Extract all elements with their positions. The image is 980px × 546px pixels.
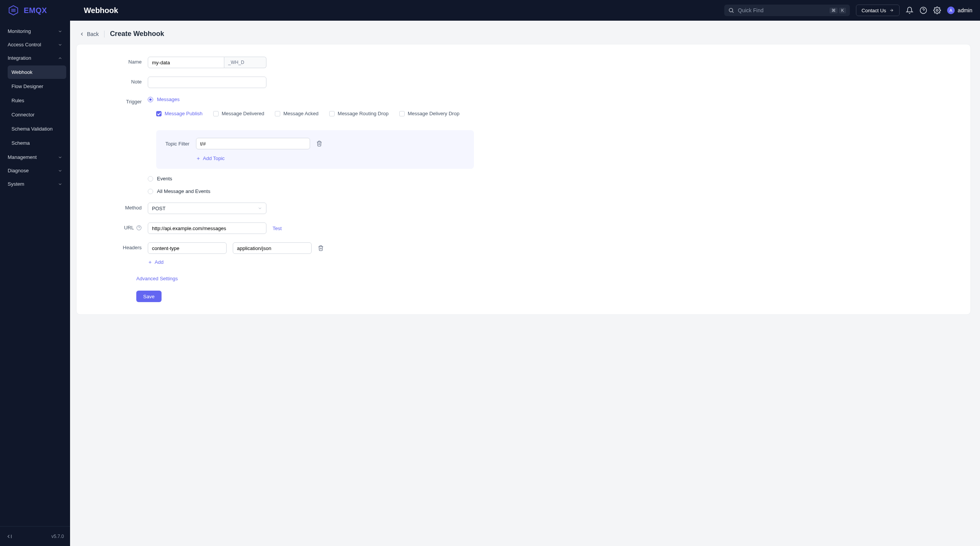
chevron-left-icon (79, 31, 85, 37)
add-header-link[interactable]: Add (148, 259, 324, 265)
checkbox-label: Message Publish (165, 111, 203, 116)
header-key-input[interactable] (148, 242, 227, 254)
collapse-sidebar-icon[interactable] (6, 533, 13, 540)
test-link[interactable]: Test (273, 226, 282, 231)
back-link[interactable]: Back (79, 31, 99, 37)
svg-point-5 (936, 10, 938, 11)
avatar: A (947, 7, 955, 14)
topbar: EMQX Webhook ⌘ K Contact Us A admin (0, 0, 980, 21)
header-value-input[interactable] (233, 242, 312, 254)
nav-group-management[interactable]: Management (4, 150, 66, 164)
nav-group-label: Management (8, 154, 37, 160)
nav-group-label: Diagnose (8, 168, 29, 173)
main-heading: Create Webhook (110, 30, 164, 38)
checkbox-label: Message Routing Drop (338, 111, 389, 116)
search-shortcut: ⌘ K (830, 8, 846, 13)
plus-icon (148, 260, 152, 265)
form-card: Name _WH_D Note Trigger (76, 44, 971, 315)
search-icon (728, 7, 734, 13)
trigger-option-all-message-and-events[interactable]: All Message and Events (148, 188, 955, 194)
topic-filter-input[interactable] (196, 138, 310, 149)
nav-group-monitoring[interactable]: Monitoring (4, 25, 66, 38)
sidebar-item-flow-designer[interactable]: Flow Designer (8, 80, 66, 93)
contact-us-button[interactable]: Contact Us (856, 5, 900, 16)
user-menu[interactable]: A admin (947, 7, 972, 14)
search-input[interactable] (738, 7, 826, 13)
label-headers: Headers (92, 242, 148, 250)
label-topic-filter: Topic Filter (165, 141, 190, 147)
page-title: Webhook (84, 6, 118, 15)
checkbox-icon (213, 111, 219, 116)
note-input[interactable] (148, 77, 266, 88)
checkbox-icon (329, 111, 335, 116)
checkbox-message-delivered[interactable]: Message Delivered (213, 111, 264, 116)
name-input[interactable] (148, 57, 224, 68)
sidebar-item-webhook[interactable]: Webhook (8, 65, 66, 79)
radio-icon (148, 176, 153, 181)
sidebar-item-schema[interactable]: Schema (8, 136, 66, 150)
arrow-right-icon (889, 8, 894, 13)
sidebar-item-schema-validation[interactable]: Schema Validation (8, 122, 66, 136)
add-topic-link[interactable]: Add Topic (196, 155, 465, 161)
url-input[interactable] (148, 222, 266, 234)
label-url: URL (92, 222, 148, 230)
chevron-down-icon (58, 168, 62, 173)
chevron-down-icon (258, 206, 262, 211)
help-icon[interactable] (920, 7, 927, 14)
advanced-settings-link[interactable]: Advanced Settings (136, 276, 178, 281)
checkbox-label: Message Delivery Drop (408, 111, 459, 116)
sidebar-footer: v5.7.0 (0, 526, 70, 546)
plus-icon (196, 156, 201, 161)
radio-icon (148, 189, 153, 194)
radio-icon (148, 97, 153, 102)
checkbox-message-routing-drop[interactable]: Message Routing Drop (329, 111, 389, 116)
trigger-option-events[interactable]: Events (148, 176, 955, 181)
nav-group-system[interactable]: System (4, 177, 66, 191)
trigger-option-messages[interactable]: Messages (148, 96, 955, 102)
help-circle-icon[interactable] (136, 225, 142, 230)
checkbox-icon (275, 111, 280, 116)
label-note: Note (92, 77, 148, 85)
trash-icon[interactable] (316, 141, 322, 147)
trash-icon[interactable] (318, 245, 324, 251)
contact-label: Contact Us (862, 8, 886, 13)
nav-group-integration[interactable]: Integration (4, 51, 66, 65)
chevron-down-icon (58, 43, 62, 47)
separator (104, 31, 105, 38)
checkbox-icon (156, 111, 162, 116)
save-button[interactable]: Save (136, 291, 162, 302)
username: admin (958, 7, 972, 13)
nav-group-label: Integration (8, 55, 31, 61)
nav-group-label: System (8, 181, 24, 187)
kbd-cmd: ⌘ (830, 8, 838, 13)
main-content: Back Create Webhook Name _WH_D No (70, 21, 980, 546)
add-header-label: Add (155, 259, 163, 265)
nav-group-label: Monitoring (8, 28, 31, 34)
sidebar-item-connector[interactable]: Connector (8, 108, 66, 121)
logo-area[interactable]: EMQX (8, 5, 70, 16)
checkbox-message-delivery-drop[interactable]: Message Delivery Drop (399, 111, 459, 116)
gear-icon[interactable] (933, 7, 941, 14)
search-box[interactable]: ⌘ K (724, 5, 850, 16)
checkbox-message-publish[interactable]: Message Publish (156, 111, 203, 116)
topic-filter-panel: Topic FilterAdd Topic (156, 130, 474, 169)
bell-icon[interactable] (906, 7, 913, 14)
checkbox-label: Message Delivered (222, 111, 264, 116)
nav-group-diagnose[interactable]: Diagnose (4, 164, 66, 177)
sidebar-item-rules[interactable]: Rules (8, 94, 66, 107)
method-value: POST (152, 206, 165, 211)
sidebar: MonitoringAccess ControlIntegrationWebho… (0, 21, 70, 546)
url-label-text: URL (124, 225, 134, 230)
label-name: Name (92, 57, 148, 65)
label-method: Method (92, 203, 148, 211)
radio-label: Messages (157, 96, 180, 102)
nav-group-access-control[interactable]: Access Control (4, 38, 66, 51)
svg-point-0 (729, 8, 732, 12)
label-trigger: Trigger (92, 96, 148, 105)
method-select[interactable]: POST (148, 203, 266, 214)
add-topic-label: Add Topic (203, 155, 225, 161)
back-label: Back (87, 31, 99, 37)
checkbox-message-acked[interactable]: Message Acked (275, 111, 318, 116)
checkbox-icon (399, 111, 405, 116)
radio-label: Events (157, 176, 172, 181)
